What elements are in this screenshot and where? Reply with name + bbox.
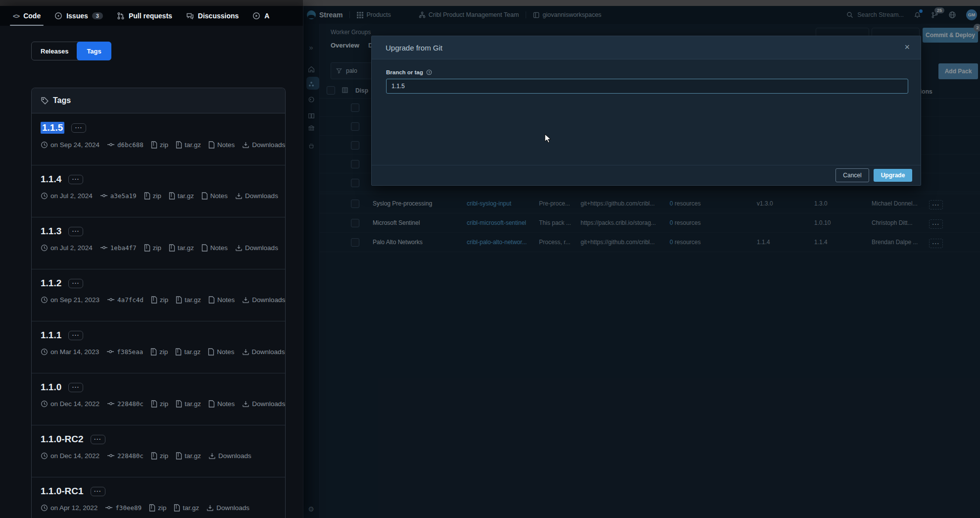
tag-targz-link[interactable]: tar.gz	[176, 452, 201, 460]
tag-menu-button[interactable]	[71, 123, 86, 133]
issues-count-badge: 3	[92, 12, 103, 19]
tag-menu-button[interactable]	[68, 227, 83, 236]
commit-icon	[107, 400, 115, 408]
tag-name-link[interactable]: 1.1.1	[41, 330, 61, 341]
download-icon	[235, 244, 243, 252]
tag-targz-link[interactable]: tar.gz	[176, 400, 201, 408]
tag-downloads-link[interactable]: Downloads	[242, 400, 285, 408]
clock-icon	[41, 452, 48, 460]
tag-menu-button[interactable]	[68, 331, 83, 340]
tag-zip-link[interactable]: zip	[151, 296, 168, 304]
tag-targz-link[interactable]: tar.gz	[175, 348, 200, 356]
tag-commit-link[interactable]: 228480c	[107, 400, 144, 408]
tag-name-link[interactable]: 1.1.0	[41, 382, 61, 393]
tag-targz-link[interactable]: tar.gz	[176, 141, 201, 149]
tag-notes-link[interactable]: Notes	[208, 348, 234, 356]
download-icon	[206, 504, 214, 512]
tag-entry: 1.1.0-RC1 on Apr 12, 2022 f30ee89 zip ta…	[32, 477, 285, 518]
releases-tags-toggle: Releases Tags	[31, 42, 111, 60]
nav-tab-issues[interactable]: Issues 3	[54, 6, 103, 26]
commit-icon	[107, 452, 115, 460]
tag-downloads-link[interactable]: Downloads	[242, 348, 285, 356]
tag-commit-link[interactable]: 228480c	[107, 452, 144, 460]
nav-tab-pull-requests-label: Pull requests	[129, 12, 172, 20]
tag-commit-link[interactable]: d6bc688	[107, 141, 144, 149]
releases-button[interactable]: Releases	[32, 42, 77, 60]
download-icon	[242, 141, 249, 149]
tag-entry: 1.1.2 on Sep 21, 2023 4a7fc4d zip tar.gz	[32, 269, 285, 321]
tag-name-link[interactable]: 1.1.3	[41, 226, 61, 237]
clock-icon	[41, 296, 48, 304]
tag-zip-link[interactable]: zip	[144, 244, 161, 252]
tag-date: on Sep 24, 2024	[41, 141, 99, 149]
tag-zip-link[interactable]: zip	[151, 452, 168, 460]
tag-menu-button[interactable]	[68, 175, 83, 184]
play-circle-icon	[252, 12, 260, 20]
tag-name-link[interactable]: 1.1.2	[41, 278, 61, 289]
tag-name-link[interactable]: 1.1.4	[41, 174, 61, 185]
tag-notes-link[interactable]: Notes	[208, 141, 235, 149]
branch-or-tag-input[interactable]	[386, 79, 908, 94]
tag-date: on Apr 12, 2022	[41, 504, 98, 512]
tag-name-link[interactable]: 1.1.0-RC2	[41, 434, 84, 445]
commit-icon	[105, 504, 113, 512]
tag-zip-link[interactable]: zip	[151, 141, 168, 149]
modal-header: Upgrade from Git ×	[372, 36, 921, 59]
tag-menu-button[interactable]	[68, 383, 83, 392]
tag-entry: 1.1.3 on Jul 2, 2024 1eba4f7 zip tar.gz	[32, 217, 285, 269]
tag-targz-link[interactable]: tar.gz	[169, 244, 194, 252]
nav-tab-code[interactable]: <> Code	[13, 6, 41, 26]
tag-targz-link[interactable]: tar.gz	[174, 504, 199, 512]
tag-entry: 1.1.0-RC2 on Dec 14, 2022 228480c zip ta…	[32, 425, 285, 477]
tag-menu-button[interactable]	[91, 435, 105, 444]
clock-icon	[41, 504, 48, 512]
nav-tab-discussions[interactable]: Discussions	[186, 6, 239, 26]
tag-downloads-link[interactable]: Downloads	[242, 141, 285, 149]
tag-downloads-link[interactable]: Downloads	[235, 192, 278, 200]
tag-downloads-link[interactable]: Downloads	[235, 244, 278, 252]
cancel-button[interactable]: Cancel	[835, 168, 869, 182]
tag-zip-link[interactable]: zip	[149, 504, 166, 512]
tag-notes-link[interactable]: Notes	[208, 400, 235, 408]
window-titlebar	[0, 0, 980, 6]
commit-icon	[100, 244, 108, 252]
tag-targz-link[interactable]: tar.gz	[176, 296, 201, 304]
tag-zip-link[interactable]: zip	[150, 348, 168, 356]
tag-zip-link[interactable]: zip	[144, 192, 161, 200]
notes-file-icon	[201, 192, 208, 200]
modal-footer: Cancel Upgrade	[372, 165, 921, 185]
tag-notes-link[interactable]: Notes	[201, 192, 228, 200]
help-icon[interactable]: ?	[426, 69, 432, 75]
nav-tab-pull-requests[interactable]: Pull requests	[117, 6, 172, 26]
tag-commit-link[interactable]: 4a7fc4d	[107, 296, 144, 304]
tag-commit-link[interactable]: 1eba4f7	[100, 244, 137, 252]
tag-downloads-link[interactable]: Downloads	[206, 504, 249, 512]
tag-date: on Jul 2, 2024	[41, 244, 93, 252]
tag-downloads-link[interactable]: Downloads	[208, 452, 251, 460]
tag-name-link[interactable]: 1.1.5	[41, 122, 64, 134]
nav-tab-actions[interactable]: A	[252, 6, 269, 26]
tag-commit-link[interactable]: f385eaa	[106, 348, 143, 356]
tag-commit-link[interactable]: a3e5a19	[100, 192, 137, 200]
tag-zip-link[interactable]: zip	[151, 400, 168, 408]
download-icon	[242, 296, 249, 304]
tag-commit-link[interactable]: f30ee89	[105, 504, 142, 512]
tag-notes-link[interactable]: Notes	[201, 244, 228, 252]
tags-button[interactable]: Tags	[77, 42, 111, 60]
nav-tab-discussions-label: Discussions	[198, 12, 239, 20]
archive-file-icon	[175, 348, 182, 356]
modal-title: Upgrade from Git	[386, 44, 442, 52]
tag-notes-link[interactable]: Notes	[208, 296, 235, 304]
close-icon[interactable]: ×	[901, 41, 913, 53]
github-repo-nav: <> Code Issues 3 Pull requests Discussio…	[0, 6, 303, 26]
clock-icon	[41, 400, 48, 408]
commit-icon	[106, 348, 114, 356]
tag-downloads-link[interactable]: Downloads	[242, 296, 285, 304]
tag-name-link[interactable]: 1.1.0-RC1	[41, 486, 84, 497]
notes-file-icon	[208, 348, 214, 356]
upgrade-button[interactable]: Upgrade	[874, 169, 912, 182]
tags-card-header: Tags	[32, 88, 285, 113]
tag-menu-button[interactable]	[91, 487, 105, 496]
tag-menu-button[interactable]	[68, 279, 83, 288]
tag-targz-link[interactable]: tar.gz	[169, 192, 194, 200]
